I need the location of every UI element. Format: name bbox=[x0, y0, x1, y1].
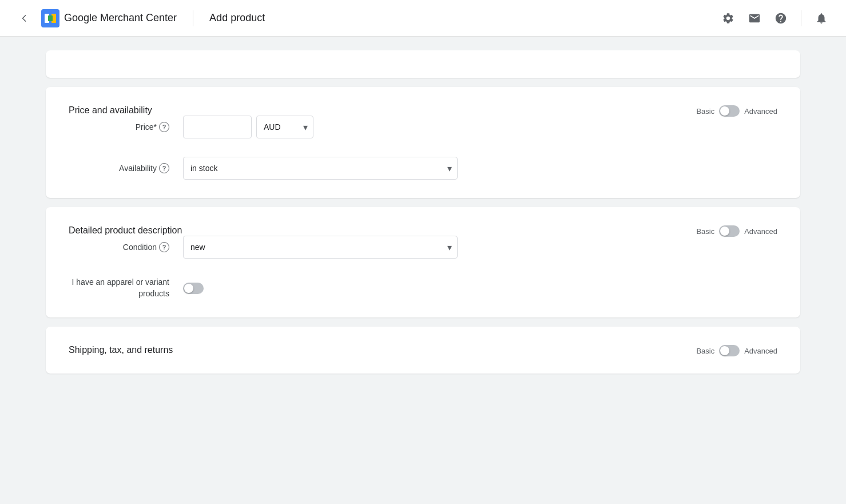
header-left: Google Merchant Center Add product bbox=[14, 8, 265, 29]
price-basic-label: Basic bbox=[696, 107, 714, 116]
logo-area: Google Merchant Center bbox=[41, 9, 177, 27]
settings-button[interactable] bbox=[717, 7, 739, 29]
notifications-button[interactable] bbox=[811, 7, 832, 29]
availability-select-wrapper: in stock out of stock preorder bbox=[183, 157, 458, 180]
condition-field-row: Condition ? new used refurbished bbox=[69, 236, 777, 259]
detailed-description-card: Detailed product description Basic Advan… bbox=[46, 207, 800, 318]
shipping-advanced-label: Advanced bbox=[744, 347, 777, 355]
shipping-toggle-track bbox=[719, 345, 740, 356]
availability-label-text: Availability bbox=[119, 164, 157, 173]
apparel-label-text: I have an apparel or variant products bbox=[69, 277, 169, 299]
condition-label-text: Condition bbox=[123, 243, 157, 252]
condition-select[interactable]: new used refurbished bbox=[183, 236, 458, 259]
price-toggle-track bbox=[719, 105, 740, 117]
shipping-toggle-thumb bbox=[720, 346, 729, 355]
apparel-toggle-thumb bbox=[184, 284, 193, 293]
price-availability-card: Price and availability Basic Advanced Pr… bbox=[46, 87, 800, 198]
price-label-text: Price* bbox=[136, 122, 157, 132]
price-field-label: Price* ? bbox=[69, 122, 183, 132]
detailed-advanced-label: Advanced bbox=[744, 227, 777, 236]
price-toggle-thumb bbox=[720, 106, 729, 116]
header-divider bbox=[801, 10, 801, 26]
availability-help-icon[interactable]: ? bbox=[159, 163, 169, 173]
price-basic-advanced-toggle-area: Basic Advanced bbox=[696, 105, 777, 117]
logo-text: Google Merchant Center bbox=[64, 12, 177, 24]
price-advanced-label: Advanced bbox=[744, 107, 777, 116]
detailed-toggle-track bbox=[719, 225, 740, 237]
shipping-basic-advanced-toggle-area: Basic Advanced bbox=[696, 345, 777, 356]
condition-field-content: new used refurbished bbox=[183, 236, 458, 259]
top-card-partial bbox=[46, 50, 800, 78]
condition-field-label: Condition ? bbox=[69, 242, 183, 252]
header-right bbox=[717, 7, 832, 29]
apparel-field-content bbox=[183, 283, 204, 294]
detailed-description-title: Detailed product description bbox=[69, 225, 182, 235]
availability-field-label: Availability ? bbox=[69, 163, 183, 173]
shipping-advanced-toggle[interactable] bbox=[719, 345, 740, 356]
price-field-content: AUD USD EUR GBP bbox=[183, 116, 313, 138]
apparel-field-label: I have an apparel or variant products bbox=[69, 277, 183, 299]
detailed-advanced-toggle[interactable] bbox=[719, 225, 740, 237]
header: Google Merchant Center Add product bbox=[0, 0, 846, 37]
mail-button[interactable] bbox=[744, 7, 765, 29]
help-button[interactable] bbox=[770, 7, 792, 29]
currency-select[interactable]: AUD USD EUR GBP bbox=[256, 116, 313, 138]
page-title: Add product bbox=[209, 12, 265, 24]
apparel-toggle[interactable] bbox=[183, 283, 204, 294]
condition-help-icon[interactable]: ? bbox=[159, 242, 169, 252]
availability-field-row: Availability ? in stock out of stock pre… bbox=[69, 157, 777, 180]
price-field-row: Price* ? AUD USD EUR GBP bbox=[69, 116, 777, 138]
back-button[interactable] bbox=[14, 8, 34, 29]
availability-select[interactable]: in stock out of stock preorder bbox=[183, 157, 458, 180]
condition-select-wrapper: new used refurbished bbox=[183, 236, 458, 259]
main-content: Price and availability Basic Advanced Pr… bbox=[0, 37, 846, 396]
shipping-basic-label: Basic bbox=[696, 347, 714, 355]
availability-field-content: in stock out of stock preorder bbox=[183, 157, 458, 180]
currency-select-wrapper: AUD USD EUR GBP bbox=[256, 116, 313, 138]
apparel-toggle-row: I have an apparel or variant products bbox=[69, 277, 777, 299]
svg-rect-3 bbox=[48, 15, 53, 21]
price-help-icon[interactable]: ? bbox=[159, 122, 169, 132]
detailed-toggle-thumb bbox=[720, 227, 729, 236]
logo-divider bbox=[193, 10, 193, 26]
shipping-card: Shipping, tax, and returns Basic Advance… bbox=[46, 327, 800, 374]
price-advanced-toggle[interactable] bbox=[719, 105, 740, 117]
detailed-basic-advanced-toggle-area: Basic Advanced bbox=[696, 225, 777, 237]
price-input[interactable] bbox=[183, 116, 252, 138]
price-availability-title: Price and availability bbox=[69, 105, 152, 115]
shipping-title: Shipping, tax, and returns bbox=[69, 345, 173, 355]
detailed-basic-label: Basic bbox=[696, 227, 714, 236]
google-merchant-center-logo bbox=[41, 9, 59, 27]
